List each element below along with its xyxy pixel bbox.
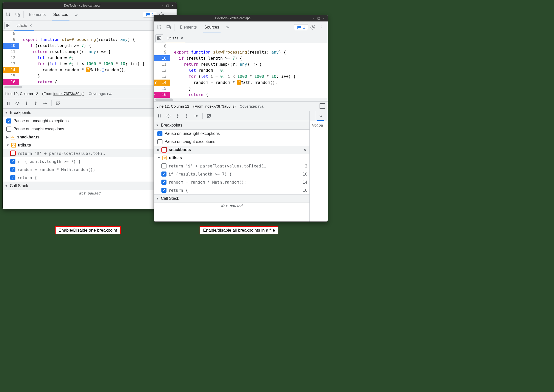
pause-button-icon[interactable] bbox=[155, 112, 163, 120]
checkbox[interactable] bbox=[161, 172, 166, 177]
code-line[interactable]: 14? random = random * ?Math.random(); bbox=[3, 67, 177, 73]
checkbox[interactable] bbox=[157, 131, 162, 136]
close-tab-icon[interactable]: ✕ bbox=[180, 36, 183, 40]
step-into-icon[interactable] bbox=[22, 99, 31, 107]
checkbox[interactable] bbox=[10, 167, 15, 172]
step-into-icon[interactable] bbox=[174, 112, 182, 120]
inspect-icon[interactable] bbox=[4, 10, 13, 19]
code-content[interactable]: } bbox=[19, 73, 40, 79]
file-group-checkbox-highlighted[interactable] bbox=[162, 147, 167, 152]
horizontal-scrollbar[interactable] bbox=[154, 98, 328, 101]
delete-file-breakpoints-icon[interactable]: ✕ bbox=[302, 148, 307, 152]
gutter-line-number[interactable]: 11 bbox=[3, 49, 19, 55]
code-content[interactable]: if (results.length >= 7) { bbox=[170, 55, 242, 61]
code-line[interactable]: 15 } bbox=[154, 86, 328, 92]
breakpoint-row[interactable]: return { 16 bbox=[154, 186, 309, 194]
step-over-icon[interactable] bbox=[13, 99, 21, 107]
gutter-line-number[interactable]: 13 bbox=[154, 74, 170, 80]
gutter-line-number[interactable]: 14? bbox=[3, 67, 19, 73]
code-content[interactable]: export function slowProcessing(results: … bbox=[170, 49, 286, 55]
code-content[interactable]: for (let i = 0; i < 1000 * 1000 * 10; i+… bbox=[170, 74, 296, 80]
code-editor[interactable]: 89export function slowProcessing(results… bbox=[3, 31, 177, 85]
checkbox[interactable] bbox=[161, 188, 166, 193]
show-navigator-icon[interactable] bbox=[155, 34, 163, 42]
step-icon[interactable] bbox=[41, 99, 49, 107]
breakpoints-section-header[interactable]: ▼ Breakpoints bbox=[154, 121, 309, 130]
code-line[interactable]: 12 let random = 0; bbox=[3, 55, 177, 61]
gutter-line-number[interactable]: 9 bbox=[154, 49, 170, 55]
tab-elements[interactable]: Elements bbox=[25, 9, 49, 20]
code-content[interactable]: } bbox=[170, 86, 191, 92]
code-line[interactable]: 12 let random = 0; bbox=[154, 67, 328, 74]
checkbox[interactable] bbox=[6, 118, 11, 124]
maximize-button[interactable]: ▢ bbox=[165, 4, 170, 7]
callstack-section-header[interactable]: ▼ Call Stack bbox=[154, 194, 309, 203]
code-content[interactable]: for (let i = 0; i < 1000 * 1000 * 10; i+… bbox=[19, 61, 145, 67]
deactivate-breakpoints-icon[interactable] bbox=[54, 99, 62, 107]
gutter-line-number[interactable]: 8 bbox=[3, 31, 19, 37]
pause-uncaught-row[interactable]: Pause on uncaught exceptions bbox=[3, 117, 177, 125]
breakpoint-row[interactable]: random = random * Math.random(); 14 bbox=[154, 178, 309, 186]
code-editor[interactable]: 89export function slowProcessing(results… bbox=[154, 43, 328, 98]
code-content[interactable]: let random = 0; bbox=[170, 67, 225, 74]
toggle-sidebar-icon[interactable] bbox=[320, 103, 325, 109]
code-content[interactable]: let random = 0; bbox=[19, 55, 74, 61]
step-out-icon[interactable] bbox=[183, 112, 191, 120]
gutter-line-number[interactable]: 16·· bbox=[154, 92, 170, 98]
code-line[interactable]: 9export function slowProcessing(results:… bbox=[154, 49, 328, 55]
horizontal-scrollbar[interactable] bbox=[3, 85, 177, 89]
code-content[interactable]: return results.map((r: any) => { bbox=[19, 49, 111, 55]
gutter-line-number[interactable]: 8 bbox=[154, 43, 170, 49]
code-line[interactable]: 8 bbox=[154, 43, 328, 49]
code-content[interactable]: if (results.length >= 7) { bbox=[19, 43, 91, 49]
file-tab-utils[interactable]: utils.ts ✕ bbox=[13, 20, 35, 30]
breakpoint-row[interactable]: if (results.length >= 7) { 10 bbox=[3, 157, 177, 165]
tab-sources[interactable]: Sources bbox=[50, 9, 72, 20]
pause-caught-row[interactable]: Pause on caught exceptions bbox=[154, 138, 309, 146]
code-content[interactable]: export function slowProcessing(results: … bbox=[19, 37, 135, 43]
device-toggle-icon[interactable] bbox=[13, 10, 22, 19]
breakpoint-row[interactable]: if (results.length >= 7) { 10 bbox=[154, 170, 309, 178]
gutter-line-number[interactable]: 12 bbox=[3, 55, 19, 61]
step-out-icon[interactable] bbox=[32, 99, 40, 107]
kebab-menu-icon[interactable]: ⋮ bbox=[318, 23, 326, 32]
checkbox[interactable] bbox=[161, 180, 166, 185]
checkbox[interactable] bbox=[10, 159, 15, 164]
pause-uncaught-row[interactable]: Pause on uncaught exceptions bbox=[154, 130, 309, 138]
code-line[interactable]: 9export function slowProcessing(results:… bbox=[3, 37, 177, 43]
code-line[interactable]: 13 for (let i = 0; i < 1000 * 1000 * 10;… bbox=[154, 74, 328, 80]
code-content[interactable]: random = random * ?Math.random(); bbox=[170, 80, 277, 86]
code-line[interactable]: 15 } bbox=[3, 73, 177, 79]
gutter-line-number[interactable]: 14? bbox=[154, 80, 170, 86]
issues-badge[interactable]: 1 bbox=[294, 24, 308, 30]
gutter-line-number[interactable]: 10 bbox=[3, 43, 19, 49]
more-tabs-icon[interactable]: » bbox=[72, 10, 81, 19]
code-line[interactable]: 13 for (let i = 0; i < 1000 * 1000 * 10;… bbox=[3, 61, 177, 67]
tab-sources[interactable]: Sources bbox=[201, 21, 223, 33]
checkbox[interactable] bbox=[161, 163, 166, 168]
pause-caught-row[interactable]: Pause on caught exceptions bbox=[3, 125, 177, 133]
breakpoint-file-group[interactable]: ▼ <> utils.ts bbox=[3, 141, 177, 149]
checkbox-highlighted[interactable] bbox=[10, 151, 15, 156]
source-map-link[interactable]: index-73f73a80.js bbox=[204, 104, 234, 108]
gutter-line-number[interactable]: 15 bbox=[3, 73, 19, 79]
breakpoint-file-group[interactable]: ▶ <> snackbar.ts bbox=[3, 133, 177, 141]
minimize-button[interactable]: – bbox=[160, 4, 165, 7]
code-line[interactable]: 11 return results.map((r: any) => { bbox=[154, 61, 328, 67]
code-line[interactable]: 10 if (results.length >= 7) { bbox=[154, 55, 328, 61]
code-content[interactable] bbox=[170, 43, 174, 49]
gutter-line-number[interactable]: 15 bbox=[154, 86, 170, 92]
pause-button-icon[interactable] bbox=[4, 99, 12, 107]
checkbox[interactable] bbox=[10, 175, 15, 180]
inspect-icon[interactable] bbox=[155, 23, 164, 32]
gutter-line-number[interactable]: 12 bbox=[154, 67, 170, 74]
deactivate-breakpoints-icon[interactable] bbox=[205, 112, 213, 120]
close-button[interactable]: × bbox=[170, 4, 175, 7]
code-content[interactable]: return { bbox=[170, 92, 208, 98]
gutter-line-number[interactable]: 9 bbox=[3, 37, 19, 43]
code-line[interactable]: 10 if (results.length >= 7) { bbox=[3, 43, 177, 49]
step-over-icon[interactable] bbox=[164, 112, 173, 120]
device-toggle-icon[interactable] bbox=[164, 23, 173, 32]
maximize-button[interactable]: ▢ bbox=[316, 16, 321, 20]
gutter-line-number[interactable]: 16·· bbox=[3, 79, 19, 85]
